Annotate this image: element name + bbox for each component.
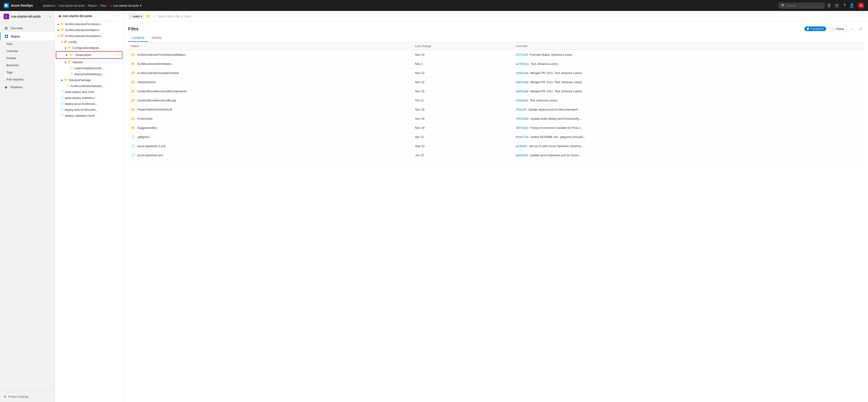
help-icon[interactable]: ? <box>843 3 845 8</box>
commits-cell: fa1fbd58 Set up CI with Azure Pipelines … <box>513 142 863 151</box>
file-name[interactable]: ANewSolution <box>137 80 156 84</box>
file-name[interactable]: ALMAcceleratorForAdvancedMakers <box>137 53 186 57</box>
tree-item-deploy-validation[interactable]: 📄 deploy-validation-ALM... <box>55 112 123 119</box>
last-change: Nov 2 <box>412 59 513 69</box>
tree-item-deploy-prod[interactable]: 📄 deploy-prod-ALMAccel... <box>55 101 123 107</box>
file-name[interactable]: PowerPlatformGitHubALM <box>137 108 172 111</box>
tree-item-config[interactable]: ▼ 📂 config <box>55 39 123 45</box>
sidebar-item-commits[interactable]: Commits <box>0 47 55 55</box>
tree-item-config-migration[interactable]: ▶ 📁 ConfigurationMigrati... <box>55 45 123 51</box>
folder-icon: 📁 <box>131 89 135 93</box>
commit-hash-link[interactable]: cb801dab <box>516 90 529 93</box>
breadcrumb-current: ◆ coe-starter-kit-azdo ▾ <box>110 4 142 7</box>
expand-button[interactable]: ⤢ <box>858 25 863 32</box>
breadcrumb-files[interactable]: Files <box>100 4 106 7</box>
commit-hash-link[interactable]: 79524c85 <box>516 117 529 121</box>
commit-hash-link[interactable]: fa1fbd58 <box>516 144 527 148</box>
tree-item-alm-makers[interactable]: ▶ 📁 ALMAcceleratorforMakers <box>55 27 123 33</box>
commit-hash-link[interactable]: 018b6fdb <box>516 99 528 102</box>
folder-icon: 📁 <box>131 53 135 57</box>
commits-cell: 9ce827a6 Added README.md, .gitignore (Vi… <box>513 132 863 142</box>
sidebar-item-files[interactable]: Files <box>0 40 55 47</box>
sidebar-item-project-settings[interactable]: ⚙ Project settings <box>4 393 51 400</box>
tree-more-icon[interactable]: ⋯ <box>114 14 120 18</box>
tree-item-alm-sample-sol[interactable]: ▼ 📂 ALMAcceleratorSampleSol... <box>55 33 123 39</box>
commit-hash-link[interactable]: fad3a803 <box>516 154 528 157</box>
breadcrumb-pplatform[interactable]: pplatform <box>43 4 55 7</box>
tree-item-validate[interactable]: ▶ 📁 Validate <box>55 59 123 65</box>
file-name[interactable]: Productivity <box>137 117 153 121</box>
commit-message: Merged PR 1011: Test Johanna Lorenz <box>530 90 582 93</box>
tree-item-deploy-settings[interactable]: 📄 deploymentSettings.j... <box>55 71 123 77</box>
tree-item-johannadev[interactable]: ▶ 📁 JohannaDev ⋯ <box>56 51 122 59</box>
tree-item-label: deploymentSettings.j... <box>74 72 121 76</box>
sidebar-item-pushes[interactable]: Pushes <box>0 55 55 62</box>
user-avatar[interactable]: JL <box>858 2 864 9</box>
chevron-right-icon: ▶ <box>65 53 69 57</box>
commits-cell: 018b6fdb Test Johanna Lorenz <box>513 96 863 105</box>
progress-icon <box>807 28 809 30</box>
tree-item-more-icon[interactable]: ⋯ <box>115 53 120 57</box>
folder-icon: 📁 <box>131 98 135 103</box>
tab-history[interactable]: History <box>148 34 165 42</box>
tree-item-build-deploy-valid[interactable]: 📄 build-deploy-validation... <box>55 95 123 101</box>
commits-cell: cb801dab Merged PR 1011: Test Johanna Lo… <box>513 69 863 78</box>
commit-hash-link[interactable]: cb801dab <box>516 71 529 75</box>
commit-message: Set up CI with Azure Pipelines Johanna..… <box>529 144 583 148</box>
search-bar[interactable]: 🔍 Search <box>779 3 825 8</box>
tree-item-alm-advanced[interactable]: ▶ 📁 ALMAcceleratorForAdvanc... <box>55 21 123 27</box>
commits-cell: fad3a803 Update azure-pipelines.yml for … <box>513 151 863 160</box>
clone-button[interactable]: ⬚ Clone <box>829 26 847 32</box>
add-project-icon[interactable]: + <box>49 15 51 18</box>
file-name[interactable]: CenterofExcellenceAuditComponents <box>137 90 187 93</box>
branch-selector[interactable]: ⑂ main ▾ <box>128 13 144 19</box>
user-icon[interactable]: 👤 <box>849 3 854 8</box>
search-icon: 🔍 <box>781 4 785 7</box>
commit-hash-link[interactable]: f1573145 <box>516 53 528 57</box>
tab-contents[interactable]: Contents <box>128 34 148 42</box>
tree-item-solution-package[interactable]: ▶ 📁 SolutionPackage <box>55 77 123 83</box>
file-name-cell: 📁 ALMAcceleratorforMakers <box>128 59 412 69</box>
commit-hash-link[interactable]: 7fda18ff <box>516 108 526 111</box>
sidebar-item-pipelines[interactable]: ◈ Pipelines <box>0 83 55 91</box>
more-options-button[interactable]: ⋯ <box>849 25 856 32</box>
file-name[interactable]: CenterofExcellenceAuditLogs <box>137 99 176 102</box>
cart-icon[interactable]: 🛒 <box>835 3 840 8</box>
sidebar-item-branches[interactable]: Branches <box>0 62 55 69</box>
last-change: Apr 12 <box>412 132 513 142</box>
sidebar-item-pull-requests[interactable]: Pull requests <box>0 76 55 83</box>
table-row: 📁 ALMAcceleratorSampleSolution Nov 22 cb… <box>128 69 863 78</box>
commit-hash-link[interactable]: cb801dab <box>516 80 529 84</box>
sidebar-item-tags[interactable]: Tags <box>0 69 55 76</box>
tree-item-deploy-test[interactable]: 📄 deploy-test-ALMAccele... <box>55 107 123 112</box>
file-name[interactable]: ALMAcceleratorforMakers <box>137 62 172 66</box>
path-input[interactable] <box>157 14 863 18</box>
file-name[interactable]: ALMAcceleratorSampleSolution <box>137 71 179 75</box>
file-name[interactable]: SuggestionBox <box>137 126 157 130</box>
app-logo[interactable]: Azure DevOps <box>4 3 40 8</box>
file-name[interactable]: .gitignore <box>137 135 149 139</box>
breadcrumb-coe-starter[interactable]: coe-starter-kit-azdo <box>59 4 85 7</box>
file-name[interactable]: azure-pipelines.yml <box>137 154 163 157</box>
tabs: Contents History <box>128 34 863 42</box>
notifications-icon[interactable]: ☰ <box>827 3 831 8</box>
spacer <box>57 108 60 111</box>
tree-item-custom-deploy[interactable]: 📄 customDeploymentS... <box>55 65 123 71</box>
file-icon: 📄 <box>60 108 64 111</box>
table-row: 📁 ALMAcceleratorforMakers Nov 2 ae76063a… <box>128 59 863 69</box>
file-name[interactable]: azure-pipelines-1.yml <box>137 144 165 148</box>
commit-hash-link[interactable]: 38470dc6 <box>516 126 529 130</box>
sidebar-item-repos[interactable]: Repos <box>0 32 55 40</box>
col-name[interactable]: Name ↑ <box>128 42 412 50</box>
tree-item-build-deploy-test[interactable]: 📄 build-deploy-test-ALM... <box>55 89 123 95</box>
sidebar-item-overview[interactable]: ⊞ Overview <box>0 24 55 32</box>
commit-hash-link[interactable]: ae76063a <box>516 62 529 66</box>
breadcrumb-repos[interactable]: Repos <box>88 4 97 7</box>
commits-cell: 38470dc6 Fixing environment variable for… <box>513 123 863 132</box>
commit-message: Merged PR 1011: Test Johanna Lorenz <box>530 80 582 84</box>
file-icon: 📄 <box>60 102 64 105</box>
tree-item-alm-sample-file[interactable]: 📄 ALMAcceleratorSample... <box>55 83 123 89</box>
last-change: Jun 21 <box>412 151 513 160</box>
commit-hash-link[interactable]: 9ce827a6 <box>516 135 529 139</box>
spacer <box>62 84 66 88</box>
